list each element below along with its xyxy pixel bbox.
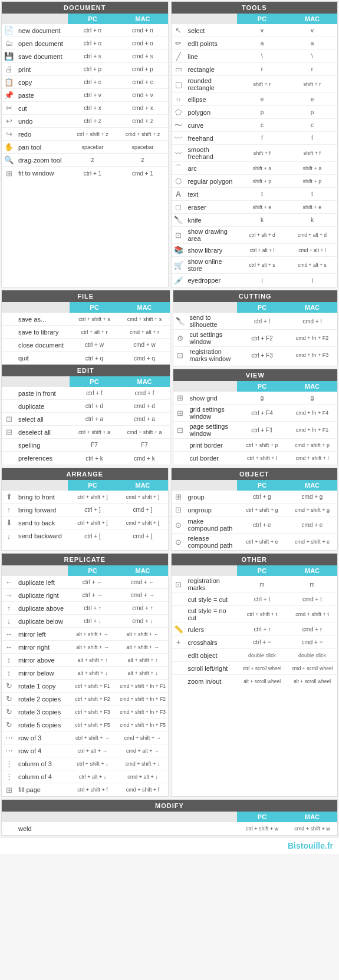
cutting-col-headers: PC MAC — [173, 302, 338, 313]
group-pc: ctrl + g — [237, 492, 287, 501]
replicate-rows: ← duplicate left ctrl + ← cmd + ← → dupl… — [2, 576, 168, 796]
copy-mac: cmd + c — [118, 78, 168, 87]
table-row: ↓ duplicate below ctrl + ↓ cmd + ↓ — [2, 615, 168, 628]
table-row: ↕ mirror below alt + shift + ↓ alt + shi… — [2, 667, 168, 680]
dupleft-icon: ← — [2, 577, 16, 587]
view-panel: VIEW PC MAC ⊞ show grid g g ⊞ — [173, 369, 338, 465]
paste-mac: cmd + v — [118, 91, 168, 100]
object-pc-header: PC — [237, 480, 287, 491]
dupright-icon: → — [2, 590, 16, 600]
cutting-rows: 🔪 send to silhouette ctrl + l cmd + l ⚙ … — [173, 313, 338, 363]
rect-pc: r — [237, 65, 287, 74]
mirrorright-pc: alt + shift + → — [68, 643, 118, 651]
showlibrary-icon: 📚 — [172, 245, 186, 255]
table-row: ⋯ row of 3 ctrl + shift + → cmd + shift … — [2, 731, 168, 744]
other-mac-header: MAC — [287, 565, 337, 576]
gridsettings-icon: ⊞ — [173, 408, 187, 418]
edit-mac-header: MAC — [120, 376, 170, 387]
quit-name: quit — [16, 353, 70, 363]
cutsettings-name: cut settings window — [187, 330, 238, 346]
eyedropper-icon: 💉 — [172, 276, 186, 286]
open-doc-icon: 🗂 — [2, 38, 16, 48]
tools-header: TOOLS — [172, 2, 338, 14]
bringforward-icon: ↑ — [2, 505, 16, 515]
object-mac-header: MAC — [287, 480, 337, 491]
edit-pc-header: PC — [70, 376, 120, 387]
document-panel: DOCUMENT PC MAC 📄 new document ctrl + n … — [1, 1, 169, 287]
crosshairs-icon: + — [172, 637, 186, 647]
showstore-pc: ctrl + alt + s — [237, 261, 287, 269]
showdrawing-mac: cmd + alt + d — [287, 231, 337, 239]
table-row: ↓ send backward ctrl + [ cmd + [ — [2, 529, 168, 542]
polygon-name: polygon — [186, 108, 238, 117]
line-name: line — [186, 52, 238, 61]
makecompound-pc: ctrl + e — [237, 521, 287, 529]
showgrid-icon: ⊞ — [173, 393, 187, 403]
showgrid-mac: g — [287, 393, 337, 402]
new-doc-mac: cmd + n — [118, 26, 168, 35]
cut-pc: ctrl + x — [68, 104, 118, 112]
other-header: OTHER — [172, 554, 338, 565]
arc-pc: shift + a — [237, 164, 287, 173]
table-row: 📏 rulers ctrl + r cmd + r — [172, 623, 338, 636]
makecompound-mac: cmd + e — [287, 521, 337, 529]
redo-icon: ↪ — [2, 129, 16, 139]
scrolllr-icon — [172, 668, 186, 669]
view-mac-header: MAC — [287, 381, 337, 392]
table-row: ⊞ fit to window ctrl + 1 cmd + 1 — [2, 167, 168, 180]
showstore-name: show online store — [186, 257, 238, 273]
regmarks2-mac: m — [287, 580, 337, 589]
document-col-headers: PC MAC — [2, 14, 168, 24]
table-row: ↑ duplicate above ctrl + ↑ cmd + ↑ — [2, 602, 168, 615]
table-row: ⋮ column of 4 ctrl + alt + ↓ cmd + alt +… — [2, 770, 168, 783]
saveas-name: save as... — [16, 314, 70, 324]
other-pc-header: PC — [237, 565, 287, 576]
undo-name: undo — [16, 117, 68, 126]
table-row: ↔ mirror left alt + shift + ← alt + shif… — [2, 628, 168, 641]
deselectall-pc: ctrl + shift + a — [70, 428, 120, 436]
cutting-mac-header: MAC — [287, 302, 337, 313]
table-row: 📋 copy ctrl + c cmd + c — [2, 76, 168, 89]
rotate3-icon: ↻ — [2, 707, 16, 717]
releasecompound-icon: ⊙ — [172, 537, 186, 547]
savelibrary-icon — [2, 332, 16, 333]
table-row: 〰 smooth freehand shift + f shift + f — [172, 145, 338, 162]
selectall-mac: cmd + a — [120, 415, 170, 423]
open-doc-mac: cmd + o — [118, 39, 168, 48]
dupabove-icon: ↑ — [2, 603, 16, 613]
colof4-name: column of 4 — [16, 772, 68, 782]
prefs-name: preferences — [16, 453, 70, 463]
modify-panel: MODIFY PC MAC weld ctrl + shift + w cmd … — [1, 799, 338, 836]
line-mac: \ — [287, 52, 337, 61]
cutting-header: CUTTING — [173, 290, 338, 302]
table-row: 🔪 send to silhouette ctrl + l cmd + l — [173, 313, 338, 330]
savelibrary-name: save to library — [16, 327, 70, 337]
dupbelow-mac: cmd + ↓ — [118, 617, 168, 625]
row-replicate-other: REPLICATE PC MAC ← duplicate left ctrl +… — [0, 552, 339, 798]
editobject-mac: double click — [287, 651, 337, 660]
showstore-icon: 🛒 — [172, 260, 186, 270]
row-doc-tools: DOCUMENT PC MAC 📄 new document ctrl + n … — [0, 0, 339, 289]
ellipse-icon: ○ — [172, 94, 186, 104]
eraser-pc: shift + e — [237, 203, 287, 211]
zoominout-name: zoom in/out — [186, 677, 238, 686]
polygon-mac: p — [287, 108, 337, 117]
save-doc-pc: ctrl + s — [68, 52, 118, 61]
roundrect-name: rounded rectangle — [186, 76, 238, 92]
dragzoom-mac: z — [118, 155, 168, 164]
document-header: DOCUMENT — [2, 2, 168, 14]
rect-name: rectangle — [186, 65, 238, 74]
quit-icon — [2, 357, 16, 359]
row-file-cutting: FILE PC MAC save as... ctrl + shift + s … — [0, 289, 339, 466]
rulers-pc: ctrl + r — [237, 625, 287, 634]
table-row: 🗂 open document ctrl + o cmd + o — [2, 37, 168, 50]
view-header: VIEW — [173, 369, 338, 381]
regmarks-icon: ⊡ — [173, 350, 187, 360]
paste-pc: ctrl + v — [68, 91, 118, 100]
cutsettings-icon: ⚙ — [173, 333, 187, 343]
table-row: ⌒ arc shift + a shift + a — [172, 162, 338, 175]
table-row: ⊞ fill page ctrl + shift + f cmd + shift… — [2, 783, 168, 796]
pastefront-icon — [2, 393, 16, 394]
rowof4-name: row of 4 — [16, 746, 68, 756]
smoothfreehand-mac: shift + f — [287, 149, 337, 157]
